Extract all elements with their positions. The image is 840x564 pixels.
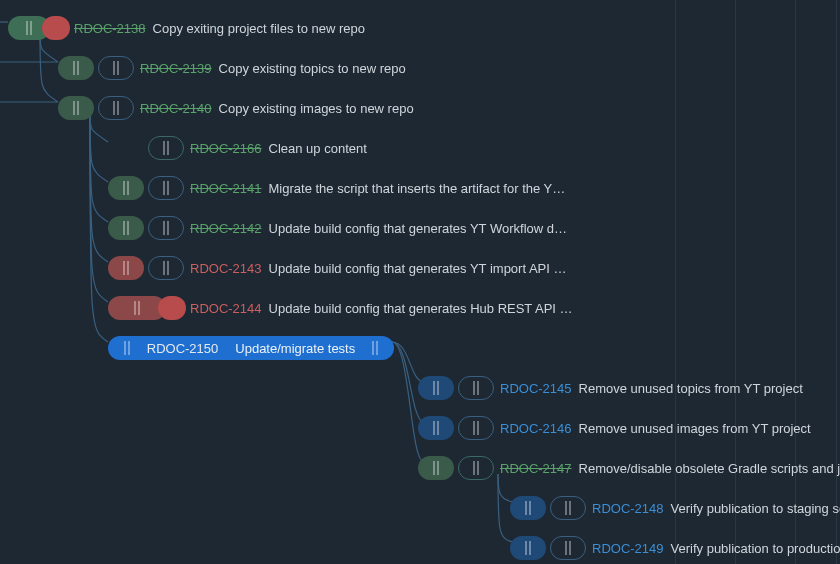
task-label[interactable]: RDOC-2139 Copy existing topics to new re…: [140, 56, 406, 80]
drag-handle-icon: [123, 221, 129, 235]
gantt-row[interactable]: RDOC-2143 Update build config that gener…: [0, 248, 840, 288]
task-label[interactable]: RDOC-2145 Remove unused topics from YT p…: [500, 376, 803, 400]
task-bar-outline[interactable]: [148, 136, 184, 160]
issue-id: RDOC-2142: [190, 221, 262, 236]
issue-id: RDOC-2148: [592, 501, 664, 516]
gantt-row[interactable]: RDOC-2147 Remove/disable obsolete Gradle…: [0, 448, 840, 488]
issue-id: RDOC-2138: [74, 21, 146, 36]
task-bar-selected[interactable]: RDOC-2150 Update/migrate tests: [108, 336, 394, 360]
task-label[interactable]: RDOC-2138 Copy exiting project files to …: [74, 16, 365, 40]
task-bar-outline[interactable]: [550, 536, 586, 560]
task-bar[interactable]: [510, 496, 546, 520]
drag-handle-icon: [372, 341, 378, 355]
task-bar-outline[interactable]: [458, 376, 494, 400]
gantt-row[interactable]: RDOC-2146 Remove unused images from YT p…: [0, 408, 840, 448]
task-bar[interactable]: [418, 456, 454, 480]
drag-handle-icon: [26, 21, 32, 35]
drag-handle-icon: [134, 301, 140, 315]
issue-id: RDOC-2139: [140, 61, 212, 76]
gantt-row[interactable]: RDOC-2148 Verify publication to staging …: [0, 488, 840, 528]
gantt-row[interactable]: RDOC-2166 Clean up content: [0, 128, 840, 168]
task-bar[interactable]: [108, 176, 144, 200]
gantt-row[interactable]: RDOC-2145 Remove unused topics from YT p…: [0, 368, 840, 408]
issue-title: Remove/disable obsolete Gradle scripts a…: [579, 461, 840, 476]
drag-handle-icon: [473, 421, 479, 435]
issue-id: RDOC-2147: [500, 461, 572, 476]
gantt-row-selected[interactable]: RDOC-2150 Update/migrate tests: [0, 328, 840, 368]
task-bar-outline[interactable]: [98, 96, 134, 120]
task-bar-overrun[interactable]: [42, 16, 70, 40]
drag-handle-icon: [525, 501, 531, 515]
task-bar[interactable]: [108, 256, 144, 280]
gantt-row[interactable]: RDOC-2141 Migrate the script that insert…: [0, 168, 840, 208]
issue-id: RDOC-2150: [147, 341, 219, 356]
drag-handle-icon: [433, 421, 439, 435]
gantt-row[interactable]: RDOC-2142 Update build config that gener…: [0, 208, 840, 248]
gantt-row[interactable]: RDOC-2140 Copy existing images to new re…: [0, 88, 840, 128]
task-label[interactable]: RDOC-2142 Update build config that gener…: [190, 216, 567, 240]
issue-title: Migrate the script that inserts the arti…: [269, 181, 566, 196]
task-bar-outline[interactable]: [148, 256, 184, 280]
issue-id: RDOC-2143: [190, 261, 262, 276]
task-bar[interactable]: [108, 216, 144, 240]
task-label[interactable]: RDOC-2146 Remove unused images from YT p…: [500, 416, 811, 440]
task-label[interactable]: RDOC-2166 Clean up content: [190, 136, 367, 160]
task-label[interactable]: RDOC-2144 Update build config that gener…: [190, 296, 573, 320]
drag-handle-icon: [73, 101, 79, 115]
drag-handle-icon: [163, 221, 169, 235]
drag-handle-icon: [433, 461, 439, 475]
task-bar[interactable]: [418, 416, 454, 440]
task-bar-outline[interactable]: [148, 176, 184, 200]
gantt-row[interactable]: RDOC-2149 Verify publication to producti…: [0, 528, 840, 564]
drag-handle-icon: [73, 61, 79, 75]
issue-title: Update build config that generates YT Wo…: [269, 221, 567, 236]
issue-id: RDOC-2166: [190, 141, 262, 156]
task-label[interactable]: RDOC-2149 Verify publication to producti…: [592, 536, 840, 560]
task-bar-outline[interactable]: [458, 456, 494, 480]
issue-title: Remove unused images from YT project: [579, 421, 811, 436]
task-bar-outline[interactable]: [458, 416, 494, 440]
task-bar-outline[interactable]: [550, 496, 586, 520]
task-bar-overrun[interactable]: [158, 296, 186, 320]
drag-handle-icon: [565, 501, 571, 515]
task-label[interactable]: RDOC-2147 Remove/disable obsolete Gradle…: [500, 456, 840, 480]
issue-title: Copy existing images to new repo: [219, 101, 414, 116]
issue-id: RDOC-2149: [592, 541, 664, 556]
issue-title: Copy exiting project files to new repo: [153, 21, 365, 36]
task-bar[interactable]: [510, 536, 546, 560]
issue-id: RDOC-2145: [500, 381, 572, 396]
issue-title: Clean up content: [269, 141, 367, 156]
task-label[interactable]: RDOC-2141 Migrate the script that insert…: [190, 176, 565, 200]
task-label[interactable]: RDOC-2143 Update build config that gener…: [190, 256, 567, 280]
drag-handle-icon: [123, 261, 129, 275]
gantt-row[interactable]: RDOC-2139 Copy existing topics to new re…: [0, 48, 840, 88]
drag-handle-icon: [124, 341, 130, 355]
task-label[interactable]: RDOC-2148 Verify publication to staging …: [592, 496, 840, 520]
gantt-row[interactable]: RDOC-2138 Copy exiting project files to …: [0, 8, 840, 48]
drag-handle-icon: [473, 461, 479, 475]
task-bar[interactable]: [418, 376, 454, 400]
issue-title: Remove unused topics from YT project: [579, 381, 803, 396]
drag-handle-icon: [163, 141, 169, 155]
issue-title: Update build config that generates Hub R…: [269, 301, 573, 316]
drag-handle-icon: [163, 181, 169, 195]
drag-handle-icon: [163, 261, 169, 275]
issue-title: Copy existing topics to new repo: [219, 61, 406, 76]
drag-handle-icon: [113, 61, 119, 75]
issue-title: Verify publication to staging server: [671, 501, 840, 516]
drag-handle-icon: [473, 381, 479, 395]
task-bar-outline[interactable]: [98, 56, 134, 80]
task-label[interactable]: RDOC-2140 Copy existing images to new re…: [140, 96, 414, 120]
task-bar[interactable]: [58, 96, 94, 120]
issue-id: RDOC-2141: [190, 181, 262, 196]
issue-title: Update/migrate tests: [235, 341, 355, 356]
issue-id: RDOC-2144: [190, 301, 262, 316]
issue-title: Verify publication to production: [671, 541, 840, 556]
task-bar[interactable]: [58, 56, 94, 80]
drag-handle-icon: [123, 181, 129, 195]
drag-handle-icon: [525, 541, 531, 555]
issue-id: RDOC-2146: [500, 421, 572, 436]
drag-handle-icon: [113, 101, 119, 115]
task-bar-outline[interactable]: [148, 216, 184, 240]
gantt-row[interactable]: RDOC-2144 Update build config that gener…: [0, 288, 840, 328]
